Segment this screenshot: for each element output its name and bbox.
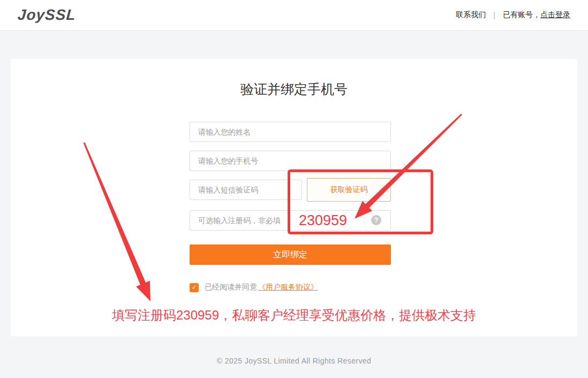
phone-row [190,151,391,171]
bind-phone-form: 获取验证码 230959 ? 立即绑定 ✓ 已经阅读并同意 《用户服务协议》 [190,122,391,292]
agreement-link[interactable]: 《用户服务协议》 [258,283,318,292]
copyright: © 2025 JoySSL Limited All Rights Reserve… [0,357,588,365]
sms-code-input[interactable] [190,180,302,200]
checkmark-icon: ✓ [191,284,197,291]
have-account-text: 已有账号， [503,10,540,20]
input-suffix-divider [364,214,365,227]
header-links: 联系我们 | 已有账号， 点击登录 [456,10,570,20]
agreement-row: ✓ 已经阅读并同意 《用户服务协议》 [190,283,391,292]
joyssl-logo[interactable]: JoySSL [17,6,77,24]
promo-annotation: 填写注册码230959，私聊客户经理享受优惠价格，提供极术支持 [11,307,577,324]
bind-phone-page: JoySSL 联系我们 | 已有账号， 点击登录 验证并绑定手机号 获取验证码 … [0,0,588,378]
name-row [190,122,391,142]
phone-input[interactable] [190,151,391,171]
page-title: 验证并绑定手机号 [11,80,577,98]
agree-text: 已经阅读并同意 [205,283,257,292]
contact-us-link[interactable]: 联系我们 [456,10,486,20]
agree-checkbox[interactable]: ✓ [190,283,199,292]
name-input[interactable] [190,122,391,142]
reg-code-input[interactable] [190,210,391,231]
login-link[interactable]: 点击登录 [540,10,570,20]
regcode-row: 230959 ? [190,210,391,231]
bind-phone-card: 验证并绑定手机号 获取验证码 230959 ? 立即绑定 ✓ 已经阅读并同意 [11,59,577,336]
sms-row: 获取验证码 [190,180,391,202]
get-code-button[interactable]: 获取验证码 [307,178,391,202]
bind-now-button[interactable]: 立即绑定 [190,244,391,265]
reg-code-annotation: 230959 [299,212,347,229]
help-icon[interactable]: ? [371,215,381,225]
header-divider: | [493,11,495,19]
site-header: JoySSL 联系我们 | 已有账号， 点击登录 [0,0,588,31]
